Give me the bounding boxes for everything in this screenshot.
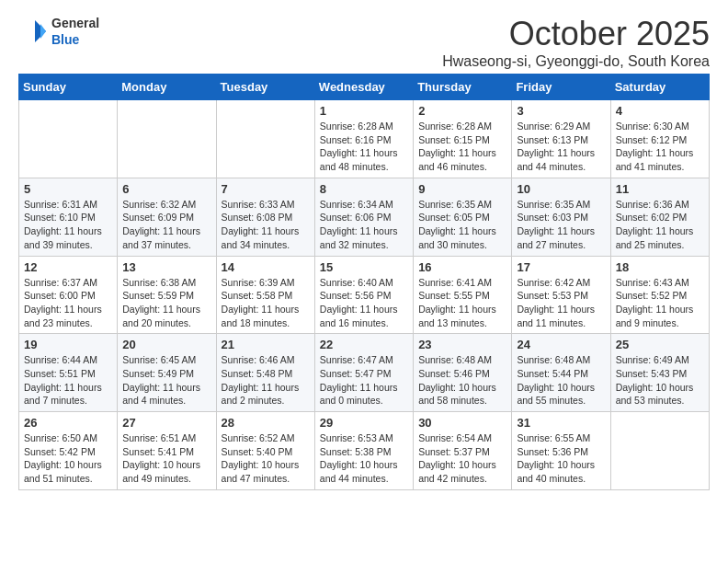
day-number: 30	[418, 416, 506, 430]
calendar-cell: 10Sunrise: 6:35 AM Sunset: 6:03 PM Dayli…	[512, 178, 610, 256]
day-info: Sunrise: 6:51 AM Sunset: 5:41 PM Dayligh…	[122, 431, 210, 486]
day-info: Sunrise: 6:35 AM Sunset: 6:05 PM Dayligh…	[418, 198, 506, 252]
weekday-header-monday: Monday	[118, 75, 216, 100]
day-number: 15	[320, 260, 408, 274]
calendar-cell: 24Sunrise: 6:48 AM Sunset: 5:44 PM Dayli…	[512, 334, 610, 412]
day-number: 5	[24, 182, 112, 196]
month-title: October 2025	[442, 15, 710, 53]
day-info: Sunrise: 6:45 AM Sunset: 5:49 PM Dayligh…	[122, 353, 210, 408]
calendar-cell	[610, 412, 709, 490]
calendar-week-row: 26Sunrise: 6:50 AM Sunset: 5:42 PM Dayli…	[19, 412, 710, 490]
weekday-header-friday: Friday	[512, 75, 610, 100]
day-number: 23	[418, 338, 506, 351]
day-number: 9	[418, 182, 506, 196]
day-info: Sunrise: 6:48 AM Sunset: 5:46 PM Dayligh…	[418, 353, 506, 408]
day-number: 28	[222, 416, 310, 430]
day-info: Sunrise: 6:31 AM Sunset: 6:10 PM Dayligh…	[24, 198, 112, 252]
calendar-cell: 22Sunrise: 6:47 AM Sunset: 5:47 PM Dayli…	[314, 334, 413, 412]
calendar-cell: 23Sunrise: 6:48 AM Sunset: 5:46 PM Dayli…	[414, 334, 512, 412]
calendar-cell: 1Sunrise: 6:28 AM Sunset: 6:16 PM Daylig…	[314, 100, 413, 178]
calendar-cell: 29Sunrise: 6:53 AM Sunset: 5:38 PM Dayli…	[314, 412, 413, 490]
day-info: Sunrise: 6:35 AM Sunset: 6:03 PM Dayligh…	[517, 198, 605, 252]
logo-blue: Blue	[51, 32, 79, 47]
day-info: Sunrise: 6:28 AM Sunset: 6:16 PM Dayligh…	[320, 120, 408, 174]
calendar-cell	[216, 100, 314, 178]
day-number: 24	[517, 338, 605, 351]
day-info: Sunrise: 6:36 AM Sunset: 6:02 PM Dayligh…	[616, 198, 704, 252]
day-info: Sunrise: 6:50 AM Sunset: 5:42 PM Dayligh…	[24, 431, 112, 486]
calendar-cell: 18Sunrise: 6:43 AM Sunset: 5:52 PM Dayli…	[610, 256, 709, 334]
calendar-cell	[19, 100, 118, 178]
page-header: General Blue October 2025 Hwaseong-si, G…	[18, 15, 710, 70]
day-info: Sunrise: 6:44 AM Sunset: 5:51 PM Dayligh…	[24, 353, 112, 408]
calendar-cell: 14Sunrise: 6:39 AM Sunset: 5:58 PM Dayli…	[216, 256, 314, 334]
calendar-cell: 19Sunrise: 6:44 AM Sunset: 5:51 PM Dayli…	[19, 334, 118, 412]
location-title: Hwaseong-si, Gyeonggi-do, South Korea	[442, 53, 710, 70]
calendar-cell: 28Sunrise: 6:52 AM Sunset: 5:40 PM Dayli…	[216, 412, 314, 490]
logo: General Blue	[18, 15, 99, 48]
day-info: Sunrise: 6:28 AM Sunset: 6:15 PM Dayligh…	[418, 120, 506, 174]
day-info: Sunrise: 6:32 AM Sunset: 6:09 PM Dayligh…	[122, 198, 210, 252]
day-info: Sunrise: 6:52 AM Sunset: 5:40 PM Dayligh…	[222, 431, 310, 486]
calendar-week-row: 5Sunrise: 6:31 AM Sunset: 6:10 PM Daylig…	[19, 178, 710, 256]
calendar-cell: 13Sunrise: 6:38 AM Sunset: 5:59 PM Dayli…	[118, 256, 216, 334]
calendar-week-row: 1Sunrise: 6:28 AM Sunset: 6:16 PM Daylig…	[19, 100, 710, 178]
calendar-week-row: 12Sunrise: 6:37 AM Sunset: 6:00 PM Dayli…	[19, 256, 710, 334]
day-info: Sunrise: 6:39 AM Sunset: 5:58 PM Dayligh…	[222, 276, 310, 330]
svg-marker-1	[40, 24, 46, 39]
weekday-header-thursday: Thursday	[414, 75, 512, 100]
day-number: 27	[122, 416, 210, 430]
weekday-header-tuesday: Tuesday	[216, 75, 314, 100]
day-info: Sunrise: 6:49 AM Sunset: 5:43 PM Dayligh…	[616, 353, 704, 408]
day-number: 7	[222, 182, 310, 196]
day-info: Sunrise: 6:34 AM Sunset: 6:06 PM Dayligh…	[320, 198, 408, 252]
weekday-header-wednesday: Wednesday	[314, 75, 413, 100]
day-number: 4	[616, 104, 704, 118]
day-info: Sunrise: 6:33 AM Sunset: 6:08 PM Dayligh…	[222, 198, 310, 252]
calendar-cell: 8Sunrise: 6:34 AM Sunset: 6:06 PM Daylig…	[314, 178, 413, 256]
day-number: 26	[24, 416, 112, 430]
calendar-cell: 9Sunrise: 6:35 AM Sunset: 6:05 PM Daylig…	[414, 178, 512, 256]
logo-icon	[18, 18, 48, 44]
calendar-cell: 26Sunrise: 6:50 AM Sunset: 5:42 PM Dayli…	[19, 412, 118, 490]
day-number: 1	[320, 104, 408, 118]
calendar-week-row: 19Sunrise: 6:44 AM Sunset: 5:51 PM Dayli…	[19, 334, 710, 412]
day-number: 21	[222, 338, 310, 351]
day-number: 8	[320, 182, 408, 196]
day-info: Sunrise: 6:53 AM Sunset: 5:38 PM Dayligh…	[320, 431, 408, 486]
calendar-cell: 16Sunrise: 6:41 AM Sunset: 5:55 PM Dayli…	[414, 256, 512, 334]
day-number: 13	[122, 260, 210, 274]
day-info: Sunrise: 6:47 AM Sunset: 5:47 PM Dayligh…	[320, 353, 408, 408]
day-number: 31	[517, 416, 605, 430]
day-number: 17	[517, 260, 605, 274]
logo-text: General Blue	[51, 15, 99, 48]
calendar-cell: 30Sunrise: 6:54 AM Sunset: 5:37 PM Dayli…	[414, 412, 512, 490]
day-info: Sunrise: 6:30 AM Sunset: 6:12 PM Dayligh…	[616, 120, 704, 174]
day-number: 3	[517, 104, 605, 118]
day-info: Sunrise: 6:54 AM Sunset: 5:37 PM Dayligh…	[418, 431, 506, 486]
day-info: Sunrise: 6:55 AM Sunset: 5:36 PM Dayligh…	[517, 431, 605, 486]
day-info: Sunrise: 6:42 AM Sunset: 5:53 PM Dayligh…	[517, 276, 605, 330]
calendar-cell: 11Sunrise: 6:36 AM Sunset: 6:02 PM Dayli…	[610, 178, 709, 256]
calendar-cell: 31Sunrise: 6:55 AM Sunset: 5:36 PM Dayli…	[512, 412, 610, 490]
day-info: Sunrise: 6:48 AM Sunset: 5:44 PM Dayligh…	[517, 353, 605, 408]
calendar-cell: 2Sunrise: 6:28 AM Sunset: 6:15 PM Daylig…	[414, 100, 512, 178]
day-number: 12	[24, 260, 112, 274]
calendar-cell: 7Sunrise: 6:33 AM Sunset: 6:08 PM Daylig…	[216, 178, 314, 256]
calendar-cell: 6Sunrise: 6:32 AM Sunset: 6:09 PM Daylig…	[118, 178, 216, 256]
day-number: 14	[222, 260, 310, 274]
calendar-cell: 21Sunrise: 6:46 AM Sunset: 5:48 PM Dayli…	[216, 334, 314, 412]
calendar-cell: 12Sunrise: 6:37 AM Sunset: 6:00 PM Dayli…	[19, 256, 118, 334]
day-info: Sunrise: 6:38 AM Sunset: 5:59 PM Dayligh…	[122, 276, 210, 330]
calendar-cell: 20Sunrise: 6:45 AM Sunset: 5:49 PM Dayli…	[118, 334, 216, 412]
day-number: 18	[616, 260, 704, 274]
day-info: Sunrise: 6:29 AM Sunset: 6:13 PM Dayligh…	[517, 120, 605, 174]
day-number: 16	[418, 260, 506, 274]
calendar-cell: 15Sunrise: 6:40 AM Sunset: 5:56 PM Dayli…	[314, 256, 413, 334]
calendar-cell: 25Sunrise: 6:49 AM Sunset: 5:43 PM Dayli…	[610, 334, 709, 412]
day-number: 25	[616, 338, 704, 351]
day-number: 29	[320, 416, 408, 430]
day-info: Sunrise: 6:37 AM Sunset: 6:00 PM Dayligh…	[24, 276, 112, 330]
day-info: Sunrise: 6:46 AM Sunset: 5:48 PM Dayligh…	[222, 353, 310, 408]
day-number: 6	[122, 182, 210, 196]
